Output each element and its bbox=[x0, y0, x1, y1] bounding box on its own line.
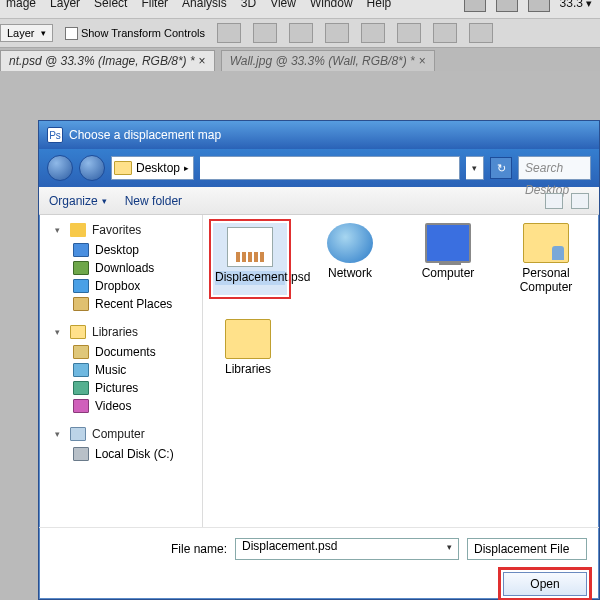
dialog-toolbar: Organize ▾ New folder bbox=[39, 187, 599, 215]
align-icon[interactable] bbox=[253, 23, 277, 43]
network-icon bbox=[327, 223, 373, 263]
dialog-navbar: Desktop ▸ ▾ ↻ Search Desktop bbox=[39, 149, 599, 187]
auto-select-dropdown[interactable]: Layer bbox=[0, 24, 53, 42]
sidebar-item-pictures[interactable]: Pictures bbox=[39, 379, 202, 397]
music-icon bbox=[73, 363, 89, 377]
psd-file-icon bbox=[227, 227, 273, 267]
view-mode-icon[interactable] bbox=[545, 193, 563, 209]
sidebar-item-dropbox[interactable]: Dropbox bbox=[39, 277, 202, 295]
menu-layer[interactable]: Layer bbox=[50, 0, 80, 10]
zoom-readout[interactable]: 33.3 ▾ bbox=[560, 0, 592, 10]
file-name-input[interactable]: Displacement.psd bbox=[235, 538, 459, 560]
computer-icon bbox=[70, 427, 86, 441]
computer-icon bbox=[425, 223, 471, 263]
ps-document-tabs: nt.psd @ 33.3% (Image, RGB/8*) *× Wall.j… bbox=[0, 48, 600, 71]
distribute-icon[interactable] bbox=[361, 23, 385, 43]
sidebar-favorites[interactable]: ▾Favorites bbox=[39, 221, 202, 241]
search-input[interactable]: Search Desktop bbox=[518, 156, 591, 180]
distribute-icon[interactable] bbox=[433, 23, 457, 43]
menu-3d[interactable]: 3D bbox=[241, 0, 256, 10]
file-name-label: File name: bbox=[169, 542, 227, 556]
forward-button[interactable] bbox=[79, 155, 105, 181]
sidebar-item-downloads[interactable]: Downloads bbox=[39, 259, 202, 277]
sidebar-libraries[interactable]: ▾Libraries bbox=[39, 323, 202, 343]
align-icon[interactable] bbox=[217, 23, 241, 43]
file-network[interactable]: Network bbox=[315, 223, 385, 295]
dropbox-icon bbox=[73, 279, 89, 293]
close-icon[interactable]: × bbox=[199, 54, 206, 68]
sidebar-item-localdisk[interactable]: Local Disk (C:) bbox=[39, 445, 202, 463]
chevron-right-icon[interactable]: ▸ bbox=[184, 163, 189, 173]
pictures-icon bbox=[73, 381, 89, 395]
sidebar-item-recent[interactable]: Recent Places bbox=[39, 295, 202, 313]
downloads-icon bbox=[73, 261, 89, 275]
menu-analysis[interactable]: Analysis bbox=[182, 0, 227, 10]
dialog-bottom: File name: Displacement.psd Displacement… bbox=[39, 527, 599, 600]
sidebar-item-videos[interactable]: Videos bbox=[39, 397, 202, 415]
sidebar-computer[interactable]: ▾Computer bbox=[39, 425, 202, 445]
dialog-sidebar: ▾Favorites Desktop Downloads Dropbox Rec… bbox=[39, 215, 203, 527]
file-personal-computer[interactable]: Personal Computer bbox=[511, 223, 581, 295]
new-folder-button[interactable]: New folder bbox=[125, 194, 182, 208]
help-icon[interactable] bbox=[571, 193, 589, 209]
open-button[interactable]: Open bbox=[503, 572, 587, 596]
tab-wall[interactable]: Wall.jpg @ 33.3% (Wall, RGB/8*) *× bbox=[221, 50, 435, 71]
file-pane[interactable]: Displacement.psd Network Computer Person… bbox=[203, 215, 599, 527]
ps-menubar: mage Layer Select Filter Analysis 3D Vie… bbox=[0, 0, 600, 18]
desktop-icon bbox=[73, 243, 89, 257]
menu-help[interactable]: Help bbox=[367, 0, 392, 10]
menu-view[interactable]: View bbox=[270, 0, 296, 10]
dialog-title: Choose a displacement map bbox=[69, 128, 221, 142]
ps-options-bar: Layer Show Transform Controls bbox=[0, 18, 600, 48]
distribute-icon[interactable] bbox=[469, 23, 493, 43]
breadcrumb-path[interactable] bbox=[200, 156, 460, 180]
sidebar-item-documents[interactable]: Documents bbox=[39, 343, 202, 361]
distribute-icon[interactable] bbox=[397, 23, 421, 43]
file-libraries[interactable]: Libraries bbox=[213, 319, 283, 377]
file-open-dialog: Ps Choose a displacement map Desktop ▸ ▾… bbox=[38, 120, 600, 600]
chevron-down-icon[interactable]: ▾ bbox=[466, 156, 484, 180]
file-type-select[interactable]: Displacement File bbox=[467, 538, 587, 560]
file-displacement-psd[interactable]: Displacement.psd bbox=[213, 223, 287, 295]
organize-menu[interactable]: Organize ▾ bbox=[49, 194, 107, 208]
dialog-titlebar[interactable]: Ps Choose a displacement map bbox=[39, 121, 599, 149]
refresh-button[interactable]: ↻ bbox=[490, 157, 512, 179]
ps-toggle-3-icon[interactable] bbox=[528, 0, 550, 12]
align-icon[interactable] bbox=[289, 23, 313, 43]
ps-toggle-1-icon[interactable] bbox=[464, 0, 486, 12]
disk-icon bbox=[73, 447, 89, 461]
menu-window[interactable]: Window bbox=[310, 0, 353, 10]
menu-filter[interactable]: Filter bbox=[141, 0, 168, 10]
recent-icon bbox=[73, 297, 89, 311]
sidebar-item-music[interactable]: Music bbox=[39, 361, 202, 379]
folder-icon bbox=[114, 161, 132, 175]
menu-image[interactable]: mage bbox=[6, 0, 36, 10]
star-icon bbox=[70, 223, 86, 237]
tab-displacement[interactable]: nt.psd @ 33.3% (Image, RGB/8*) *× bbox=[0, 50, 215, 71]
file-computer[interactable]: Computer bbox=[413, 223, 483, 295]
align-icon[interactable] bbox=[325, 23, 349, 43]
app-icon: Ps bbox=[47, 127, 63, 143]
ps-toggle-2-icon[interactable] bbox=[496, 0, 518, 12]
libraries-icon bbox=[70, 325, 86, 339]
close-icon[interactable]: × bbox=[419, 54, 426, 68]
sidebar-item-desktop[interactable]: Desktop bbox=[39, 241, 202, 259]
show-transform-checkbox[interactable]: Show Transform Controls bbox=[65, 26, 205, 40]
back-button[interactable] bbox=[47, 155, 73, 181]
documents-icon bbox=[73, 345, 89, 359]
menu-select[interactable]: Select bbox=[94, 0, 127, 10]
breadcrumb[interactable]: Desktop ▸ bbox=[111, 156, 194, 180]
videos-icon bbox=[73, 399, 89, 413]
libraries-icon bbox=[225, 319, 271, 359]
personal-folder-icon bbox=[523, 223, 569, 263]
